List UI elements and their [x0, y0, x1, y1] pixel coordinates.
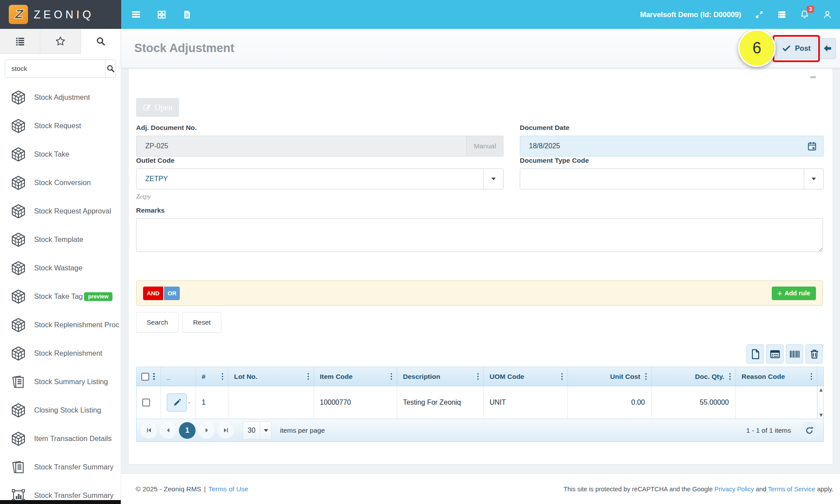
remarks-textarea[interactable] — [136, 218, 823, 252]
document-icon[interactable] — [182, 10, 192, 19]
cube-icon — [11, 403, 26, 418]
add-rule-button[interactable]: + Add rule — [772, 287, 816, 300]
new-line-button[interactable] — [746, 344, 764, 364]
row-checkbox[interactable] — [142, 399, 150, 406]
hamburger-menu-icon[interactable] — [131, 10, 141, 19]
page-size-select[interactable]: 30 — [243, 421, 272, 440]
report-icon — [11, 374, 26, 389]
sidebar-item-stock-template[interactable]: Stock Template — [0, 225, 121, 254]
brand-area: Z ZEONIQ — [0, 0, 121, 29]
header-doc-qty[interactable]: Doc. Qty. — [652, 367, 736, 386]
next-page-button[interactable] — [198, 422, 215, 439]
server-icon[interactable] — [777, 10, 787, 19]
column-menu-icon[interactable] — [220, 371, 225, 382]
sidebar-item-label: Stock Transfer Summary — [34, 463, 114, 471]
sidebar-item-closing-stock-listing[interactable]: Closing Stock Listing — [0, 396, 121, 424]
scroll-up-icon[interactable]: ▲ — [819, 388, 823, 392]
tab-menu-list[interactable] — [0, 29, 40, 53]
user-profile-icon[interactable] — [822, 10, 832, 19]
current-page-button[interactable]: 1 — [179, 422, 196, 439]
sidebar-item-stock-take[interactable]: Stock Take — [0, 140, 121, 168]
sidebar-tabs — [0, 29, 121, 54]
fullscreen-icon[interactable] — [754, 10, 764, 19]
refresh-button[interactable] — [801, 422, 818, 439]
arrow-left-icon — [822, 43, 833, 53]
row-lot-no-cell[interactable] — [228, 386, 314, 419]
row-unit-cost-cell[interactable]: 0.00 — [568, 386, 652, 419]
terms-of-use-link[interactable]: Terms of Use — [208, 485, 248, 493]
row-uom-code-cell[interactable]: UNIT — [484, 386, 568, 419]
delete-line-button[interactable] — [805, 344, 823, 364]
notifications-bell-icon[interactable]: 3 — [800, 10, 809, 19]
header-row-number[interactable]: # — [196, 367, 228, 386]
scroll-down-icon[interactable]: ▼ — [819, 413, 823, 417]
sidebar-item-stock-request-approval[interactable]: Stock Request Approval — [0, 197, 121, 225]
chevron-down-icon[interactable] — [804, 169, 823, 189]
header-description[interactable]: Description — [397, 367, 484, 386]
column-menu-icon[interactable] — [152, 371, 156, 382]
sidebar-item-stock-transfer-summary[interactable]: Stock Transfer Summary — [0, 453, 121, 481]
document-type-code-select[interactable] — [520, 168, 824, 189]
sidebar-item-stock-adjustment[interactable]: Stock Adjustment — [0, 83, 121, 112]
column-menu-icon[interactable] — [809, 371, 814, 382]
barcode-button[interactable] — [786, 344, 803, 364]
sidebar-horizontal-scrollbar[interactable] — [0, 500, 121, 504]
sidebar-item-stock-summary-listing[interactable]: Stock Summary Listing — [0, 368, 121, 396]
search-button[interactable]: Search — [136, 312, 178, 332]
row-reason-code-cell[interactable] — [736, 386, 817, 419]
row-description-cell[interactable]: Testing For Zeoniq — [397, 386, 484, 419]
edit-row-button[interactable] — [167, 393, 187, 412]
back-button[interactable] — [819, 38, 836, 59]
and-button[interactable]: AND — [143, 287, 163, 300]
sidebar-item-item-transaction-details[interactable]: Item Transaction Details — [0, 424, 121, 453]
sidebar-item-stock-request[interactable]: Stock Request — [0, 112, 121, 140]
tab-search[interactable] — [81, 29, 121, 54]
post-button[interactable]: Post — [776, 38, 817, 59]
stock-adjustment-card: Open Adj. Document No. ZP-025 Manual Doc… — [128, 68, 833, 465]
header-item-code[interactable]: Item Code — [314, 367, 397, 386]
previous-page-button[interactable] — [160, 422, 176, 439]
column-menu-icon[interactable] — [306, 371, 311, 382]
column-menu-icon[interactable] — [728, 371, 732, 382]
chevron-down-icon[interactable] — [483, 169, 503, 189]
privacy-policy-link[interactable]: Privacy Policy — [714, 486, 754, 493]
header-reason-code[interactable]: Reason Code — [736, 367, 817, 386]
document-date-input[interactable]: 18/8/2025 — [520, 136, 801, 156]
first-page-button[interactable] — [140, 422, 157, 439]
header-edit-column[interactable]: _ — [161, 367, 196, 386]
adj-document-no-input[interactable]: ZP-025 — [136, 136, 466, 156]
or-button[interactable]: OR — [164, 287, 180, 300]
sidebar-item-stock-wastage[interactable]: Stock Wastage — [0, 254, 121, 282]
header-lot-no[interactable]: Lot No. — [228, 367, 314, 386]
column-menu-icon[interactable] — [644, 371, 648, 382]
cube-icon — [11, 261, 26, 276]
row-doc-qty-cell[interactable]: 55.00000 — [652, 386, 736, 419]
reset-button[interactable]: Reset — [182, 312, 221, 332]
sidebar-item-stock-replenishment-processing[interactable]: Stock Replenishment Proc — [0, 311, 121, 339]
column-menu-icon[interactable] — [560, 371, 564, 382]
header-uom-code[interactable]: UOM Code — [484, 367, 568, 386]
open-button[interactable]: Open — [136, 98, 179, 117]
select-all-checkbox[interactable] — [141, 373, 149, 381]
apps-grid-icon[interactable] — [157, 10, 166, 19]
pencil-icon — [172, 398, 182, 407]
sidebar-search-input[interactable] — [5, 60, 105, 77]
header-select-all[interactable] — [136, 367, 161, 386]
tab-favorites[interactable] — [40, 29, 80, 53]
row-item-code-cell[interactable]: 10000770 — [314, 386, 397, 419]
sidebar-item-stock-take-tag[interactable]: Stock Take Tagpreview — [0, 282, 121, 311]
chevron-down-icon[interactable] — [260, 422, 271, 439]
terms-of-service-link[interactable]: Terms of Service — [768, 486, 815, 493]
calendar-icon[interactable] — [801, 136, 823, 156]
header-unit-cost[interactable]: Unit Cost — [568, 367, 652, 386]
sidebar-search-button[interactable] — [105, 60, 116, 77]
form-view-button[interactable] — [766, 344, 784, 364]
column-menu-icon[interactable] — [476, 371, 480, 382]
last-page-button[interactable] — [217, 422, 234, 439]
sidebar-item-stock-replenishment[interactable]: Stock Replenishment — [0, 339, 121, 368]
table-vertical-scrollbar[interactable]: ▲▼ — [817, 386, 824, 419]
collapse-card-icon[interactable] — [810, 76, 816, 78]
outlet-code-select[interactable]: ZETPY — [136, 168, 504, 189]
sidebar-item-stock-conversion[interactable]: Stock Conversion — [0, 168, 121, 197]
column-menu-icon[interactable] — [389, 371, 394, 382]
